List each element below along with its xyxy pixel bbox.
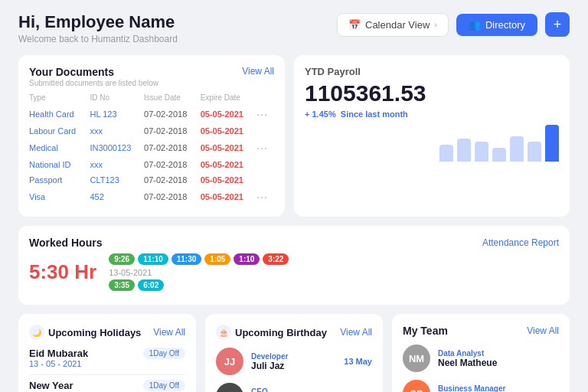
calendar-button[interactable]: 📅 Calendar View › <box>337 13 449 37</box>
top-row: Your Documents Submitted documents are l… <box>18 55 570 217</box>
payroll-change-label: Since last month <box>341 109 408 119</box>
chart-bar <box>528 142 541 162</box>
doc-issue: 07-02-2018 <box>144 123 201 139</box>
holiday-item: Eid Mubarak 1Day Off 13 - 05 - 2021 <box>29 348 185 368</box>
documents-card: Your Documents Submitted documents are l… <box>18 55 285 217</box>
holidays-title-group: 🌙 Upcoming Holidays <box>29 325 141 340</box>
hours-date: 13-05-2021 <box>109 268 289 277</box>
day-off-badge: 1Day Off <box>143 348 185 359</box>
birthdays-title: Upcoming Birthday <box>235 327 327 338</box>
doc-issue: 07-02-2018 <box>144 139 201 157</box>
add-button[interactable]: + <box>545 12 570 37</box>
birthdays-view-all[interactable]: View All <box>340 327 372 338</box>
time-badges-row1: 9:2611:1011:301:051:103:22 <box>109 253 289 265</box>
table-row: Passport CLT123 07-02-2018 05-05-2021 <box>29 172 274 188</box>
time-badge: 9:26 <box>109 253 135 265</box>
holidays-list: Eid Mubarak 1Day Off 13 - 05 - 2021 New … <box>29 348 185 392</box>
hours-value: 5:30 Hr <box>29 260 96 284</box>
day-off-badge: 1Day Off <box>143 380 185 391</box>
doc-issue: 07-02-2018 <box>144 157 201 172</box>
chart-bar <box>545 125 559 162</box>
doc-expire: 05-05-2021 <box>201 172 257 188</box>
time-badge: 11:10 <box>138 253 168 265</box>
holidays-view-all[interactable]: View All <box>153 327 185 338</box>
birthdays-list: JJ Developer Juli Jaz 13 May GL CEO Geor… <box>216 348 372 392</box>
table-row: Medical IN3000123 07-02-2018 05-05-2021 … <box>29 139 274 157</box>
doc-issue: 07-02-2018 <box>144 172 201 188</box>
holidays-icon: 🌙 <box>29 325 44 340</box>
calendar-label: Calendar View <box>365 19 430 31</box>
chart-bar <box>492 148 506 162</box>
doc-id: CLT123 <box>90 172 145 188</box>
doc-dots[interactable] <box>256 157 274 172</box>
table-row: Visa 452 07-02-2018 05-05-2021 ··· <box>29 188 274 206</box>
time-badge: 1:10 <box>234 253 260 265</box>
list-item: JJ Developer Juli Jaz 13 May <box>216 348 372 375</box>
person-name: Juli Jaz <box>251 361 336 371</box>
birthdays-card: 🎂 Upcoming Birthday View All JJ Develope… <box>205 314 383 392</box>
avatar: SP <box>403 380 430 392</box>
documents-table: Type ID No Issue Date Expire Date Health… <box>29 92 274 206</box>
time-badges-row2: 3:356:02 <box>109 279 289 291</box>
doc-id: xxx <box>90 157 145 172</box>
directory-button[interactable]: 👥 Directory <box>456 14 537 36</box>
documents-subtitle: Submitted documents are listed below <box>29 79 158 87</box>
person-role: Developer <box>251 352 336 361</box>
doc-dots[interactable] <box>256 123 274 139</box>
team-card: My Team View All NM Data Analyst Neel Ma… <box>392 314 570 392</box>
payroll-change: + 1.45% Since last month <box>305 109 559 119</box>
doc-type: Labour Card <box>29 123 90 139</box>
documents-view-all[interactable]: View All <box>242 66 274 77</box>
team-list: NM Data Analyst Neel Matheue SP Business… <box>403 345 559 392</box>
holidays-card: 🌙 Upcoming Holidays View All Eid Mubarak… <box>18 314 196 392</box>
header-actions: 📅 Calendar View › 👥 Directory + <box>337 12 570 37</box>
person-role: Data Analyst <box>438 349 559 358</box>
worked-hours-title: Worked Hours <box>29 237 102 249</box>
col-expire: Expire Date <box>201 92 257 105</box>
attendance-report-link[interactable]: Attendance Report <box>482 237 559 248</box>
chevron-right-icon: › <box>434 20 437 29</box>
doc-type: Health Card <box>29 105 90 123</box>
doc-id: xxx <box>90 123 145 139</box>
doc-expire: 05-05-2021 <box>201 188 257 206</box>
documents-title: Your Documents <box>29 66 158 78</box>
team-view-all[interactable]: View All <box>527 325 559 336</box>
col-id: ID No <box>90 92 145 105</box>
team-header: My Team View All <box>403 325 559 337</box>
documents-card-header: Your Documents Submitted documents are l… <box>29 66 274 87</box>
birthday-icon: 🎂 <box>216 325 231 340</box>
person-name: Neel Matheue <box>438 358 559 368</box>
doc-dots[interactable]: ··· <box>256 188 274 206</box>
doc-id: 452 <box>90 188 145 206</box>
doc-issue: 07-02-2018 <box>144 105 201 123</box>
doc-type: Passport <box>29 172 90 188</box>
doc-dots[interactable] <box>256 172 274 188</box>
doc-type: National ID <box>29 157 90 172</box>
greeting-title: Hi, Employee Name <box>18 12 178 32</box>
greeting-subtitle: Welcome back to Humantiz Dashboard <box>18 34 178 44</box>
header: Hi, Employee Name Welcome back to Humant… <box>18 12 570 44</box>
greeting: Hi, Employee Name Welcome back to Humant… <box>18 12 178 44</box>
holiday-name: Eid Mubarak <box>29 348 88 359</box>
doc-expire: 05-05-2021 <box>201 139 257 157</box>
doc-issue: 07-02-2018 <box>144 188 201 206</box>
worked-hours-card: Worked Hours Attendance Report 5:30 Hr 9… <box>18 226 570 305</box>
birthdays-header: 🎂 Upcoming Birthday View All <box>216 325 372 340</box>
doc-expire: 05-05-2021 <box>201 157 257 172</box>
list-item: NM Data Analyst Neel Matheue <box>403 345 559 372</box>
list-item: SP Business Manager Shony Palikkal <box>403 380 559 392</box>
time-badge: 3:35 <box>109 279 135 291</box>
payroll-card: YTD Payroll 1105361.53 + 1.45% Since las… <box>294 55 570 217</box>
doc-dots[interactable]: ··· <box>256 139 274 157</box>
person-date: 13 May <box>344 357 372 366</box>
plus-icon: + <box>554 17 562 33</box>
doc-id: IN3000123 <box>90 139 145 157</box>
directory-icon: 👥 <box>469 19 481 31</box>
doc-dots[interactable]: ··· <box>256 105 274 123</box>
bottom-grid: 🌙 Upcoming Holidays View All Eid Mubarak… <box>18 314 570 392</box>
holidays-header: 🌙 Upcoming Holidays View All <box>29 325 185 340</box>
payroll-title: YTD Payroll <box>305 66 559 77</box>
person-role: CEO <box>251 387 336 393</box>
dashboard: Hi, Employee Name Welcome back to Humant… <box>0 0 588 392</box>
doc-id: HL 123 <box>90 105 145 123</box>
